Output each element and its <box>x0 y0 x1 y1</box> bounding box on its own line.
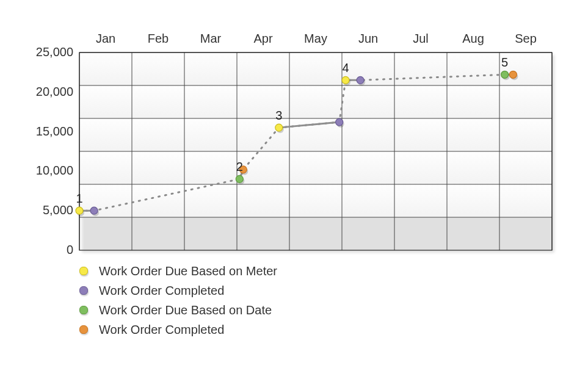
x-axis-tick-label: May <box>288 32 343 46</box>
y-axis-tick-label: 0 <box>24 243 73 257</box>
data-point-label: 2 <box>236 160 243 174</box>
legend-label: Work Order Completed <box>99 284 224 298</box>
legend-marker-icon <box>79 325 88 334</box>
legend-item: Work Order Due Based on Meter <box>79 261 277 281</box>
y-axis-tick-label: 10,000 <box>24 164 73 178</box>
data-point <box>357 76 364 84</box>
legend-item: Work Order Completed <box>79 320 277 339</box>
data-point <box>236 175 243 182</box>
data-point <box>336 118 343 126</box>
legend-marker-icon <box>79 267 88 275</box>
data-point <box>509 71 517 78</box>
x-axis-tick-label: Sep <box>498 32 553 46</box>
data-point <box>275 124 283 131</box>
data-point <box>501 71 509 78</box>
data-point-label: 5 <box>501 56 508 70</box>
x-axis-tick-label: Jun <box>341 32 396 46</box>
x-axis-tick-label: Feb <box>131 32 186 46</box>
grid-row-bg <box>79 151 552 184</box>
grid-row-bg <box>79 52 552 85</box>
x-axis-tick-label: Jan <box>78 32 133 46</box>
data-point-label: 4 <box>342 61 349 75</box>
x-axis-tick-label: Aug <box>446 32 501 46</box>
x-axis-tick-label: Jul <box>393 32 448 46</box>
legend-label: Work Order Due Based on Meter <box>99 264 277 278</box>
grid-row-bg <box>79 85 552 118</box>
data-point <box>90 207 98 214</box>
y-axis-tick-label: 5,000 <box>24 203 73 217</box>
legend-label: Work Order Due Based on Date <box>99 303 272 317</box>
legend-label: Work Order Completed <box>99 323 224 337</box>
y-axis-tick-label: 15,000 <box>24 125 73 139</box>
y-axis-tick-label: 25,000 <box>24 45 73 59</box>
y-axis-tick-label: 20,000 <box>24 85 73 99</box>
chart-legend: Work Order Due Based on MeterWork Order … <box>79 261 277 339</box>
legend-marker-icon <box>79 286 88 295</box>
x-axis-tick-label: Mar <box>183 32 238 46</box>
data-point <box>76 207 83 214</box>
data-point <box>342 76 349 84</box>
legend-item: Work Order Completed <box>79 281 277 300</box>
legend-marker-icon <box>79 306 88 314</box>
legend-item: Work Order Due Based on Date <box>79 300 277 320</box>
x-axis-tick-label: Apr <box>236 32 291 46</box>
grid-row-bg <box>79 184 552 217</box>
data-point-label: 1 <box>76 192 82 206</box>
data-point-label: 3 <box>275 109 282 123</box>
chart-plot-area <box>79 52 552 250</box>
